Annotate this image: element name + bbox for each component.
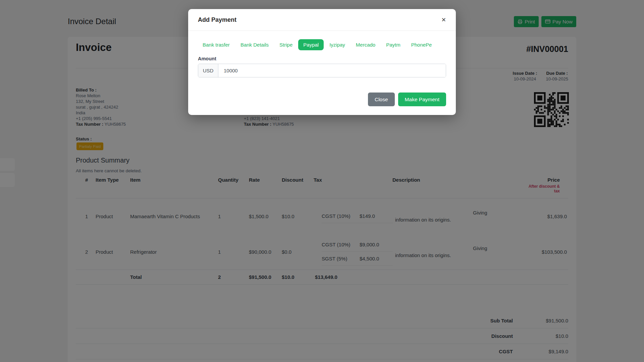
add-payment-modal: Add Payment ✕ Bank trasfer Bank Details … <box>188 9 456 115</box>
tab-bank-transfer[interactable]: Bank trasfer <box>198 39 235 50</box>
payment-method-tabs: Bank trasfer Bank Details Stripe Paypal … <box>188 31 456 50</box>
amount-input-group: USD <box>198 64 446 77</box>
modal-title: Add Payment <box>198 16 236 23</box>
tab-paypal[interactable]: Paypal <box>298 39 324 50</box>
tab-phonepe[interactable]: PhonePe <box>406 39 437 50</box>
tab-bank-details[interactable]: Bank Details <box>235 39 274 50</box>
tab-paytm[interactable]: Paytm <box>381 39 406 50</box>
amount-input[interactable] <box>218 64 446 77</box>
tab-stripe[interactable]: Stripe <box>274 39 298 50</box>
tab-iyzipay[interactable]: Iyzipay <box>324 39 350 50</box>
close-icon[interactable]: ✕ <box>441 17 446 23</box>
currency-prefix: USD <box>198 64 218 77</box>
tab-mercado[interactable]: Mercado <box>351 39 380 50</box>
modal-footer: Close Make Payment <box>368 93 446 106</box>
make-payment-button[interactable]: Make Payment <box>398 93 446 106</box>
amount-label: Amount <box>198 56 446 61</box>
modal-header: Add Payment ✕ <box>188 9 456 31</box>
close-button[interactable]: Close <box>368 93 395 106</box>
